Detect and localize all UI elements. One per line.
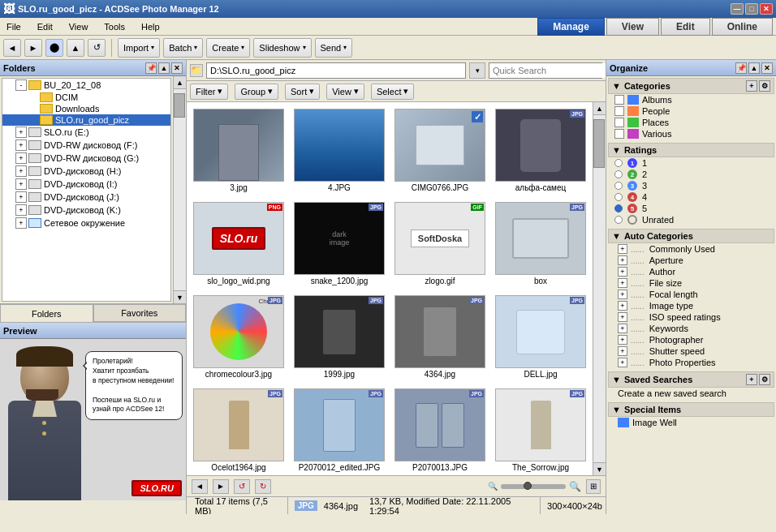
thumb-item-box[interactable]: JPGbox	[492, 199, 589, 289]
tree-item-dvd-i[interactable]: + DVD-дисковод (I:)	[2, 178, 170, 191]
thumb-item-chromecolour3-jpg[interactable]: ChromeJPGchromecolour3.jpg	[190, 292, 287, 382]
zoom-slider[interactable]	[501, 484, 566, 489]
rating-4[interactable]: 4 4	[608, 191, 774, 203]
ratings-header[interactable]: ▼ Ratings	[608, 143, 774, 157]
expand-aperture[interactable]: +	[618, 255, 627, 265]
zoom-in-icon[interactable]: 🔍	[569, 481, 581, 492]
panel-pin-btn[interactable]: 📌	[145, 62, 157, 74]
mode-edit[interactable]: Edit	[661, 18, 710, 36]
expand-bu[interactable]: -	[15, 79, 27, 91]
expand-dvd-k[interactable]: +	[15, 204, 27, 216]
nav-next-img[interactable]: ►	[213, 479, 229, 494]
saved-search-create[interactable]: Create a new saved search	[608, 388, 774, 399]
menu-tools[interactable]: Tools	[101, 20, 128, 33]
expand-focal[interactable]: +	[618, 290, 627, 299]
expand-dvdrw-f[interactable]: +	[15, 139, 27, 151]
expand-filesize[interactable]: +	[618, 278, 627, 288]
nav-forward[interactable]: ►	[24, 39, 42, 57]
expand-imagetype[interactable]: +	[618, 301, 627, 311]
panel-auto-btn[interactable]: ▲	[158, 62, 170, 74]
cat-item-places[interactable]: Places	[608, 117, 774, 128]
menu-help[interactable]: Help	[138, 20, 163, 33]
slideshow-button[interactable]: Slideshow ▾	[253, 38, 311, 58]
path-input[interactable]	[206, 62, 466, 79]
thumb-item-4-JPG[interactable]: 4.JPG	[291, 105, 388, 195]
thumb-item-3-jpg[interactable]: 3.jpg	[190, 105, 287, 195]
expand-photographer[interactable]: +	[618, 335, 627, 345]
saved-search-add-btn[interactable]: +	[746, 374, 757, 385]
tree-item-slo-picz[interactable]: SLO.ru_good_picz	[2, 114, 170, 126]
checkbox-albums[interactable]	[614, 95, 624, 105]
saved-search-settings-btn[interactable]: ⚙	[759, 374, 770, 385]
expand-dvdrw-g[interactable]: +	[15, 152, 27, 164]
rating-1[interactable]: 1 1	[608, 157, 774, 169]
view-button[interactable]: View ▾	[326, 84, 364, 100]
thumb-item-Ocelot1964-jpg[interactable]: JPGOcelot1964.jpg	[190, 385, 287, 475]
thumb-item-P2070013-JPG[interactable]: JPGP2070013.JPG	[391, 385, 489, 475]
thumb-item-4364-jpg[interactable]: JPG4364.jpg	[391, 292, 489, 382]
checkbox-people[interactable]	[614, 106, 624, 116]
thumb-item-P2070012_edited-JPG[interactable]: JPGP2070012_edited.JPG	[291, 385, 388, 475]
search-input[interactable]	[489, 63, 606, 78]
auto-cat-header[interactable]: ▼ Auto Categories	[608, 229, 774, 243]
menu-view[interactable]: View	[66, 20, 92, 33]
batch-button[interactable]: Batch ▾	[163, 38, 203, 58]
rating-3[interactable]: 3 3	[608, 180, 774, 191]
sort-button[interactable]: Sort ▾	[285, 84, 320, 100]
auto-cat-photographer[interactable]: + ...... Photographer	[608, 334, 774, 345]
thumb-item-DELL-jpg[interactable]: JPGDELL.jpg	[492, 292, 589, 382]
tree-item-dcim[interactable]: DCIM	[2, 92, 170, 103]
expand-keywords[interactable]: +	[618, 324, 627, 333]
scroll-down-btn[interactable]: ▼	[174, 290, 186, 303]
auto-cat-author[interactable]: + ...... Author	[608, 266, 774, 277]
path-folder-icon[interactable]: 📁	[190, 64, 203, 77]
nav-up[interactable]: ▲	[67, 39, 84, 57]
maximize-button[interactable]: □	[745, 3, 758, 15]
cat-item-people[interactable]: People	[608, 105, 774, 117]
thumb-item-1999-jpg[interactable]: JPG1999.jpg	[291, 292, 388, 382]
checkbox-places[interactable]	[614, 118, 624, 127]
thumb-item-альфа-самец[interactable]: JPGальфа-самец	[492, 105, 589, 195]
tree-item-downloads[interactable]: Downloads	[2, 103, 170, 114]
auto-cat-shutter[interactable]: + ...... Shutter speed	[608, 345, 774, 357]
auto-cat-keywords[interactable]: + ...... Keywords	[608, 323, 774, 334]
checkbox-various[interactable]	[614, 129, 624, 139]
close-button[interactable]: ✕	[760, 3, 773, 15]
mode-view[interactable]: View	[606, 18, 659, 36]
create-button[interactable]: Create ▾	[206, 38, 250, 58]
tree-scrollbar[interactable]: ▲ ▼	[173, 76, 186, 303]
expand-dvd-i[interactable]: +	[15, 178, 27, 190]
thumb-scroll-down[interactable]: ▼	[593, 462, 606, 475]
auto-cat-iso[interactable]: + ...... ISO speed ratings	[608, 311, 774, 323]
import-button[interactable]: Import ▾	[118, 38, 160, 58]
nav-prev-img[interactable]: ◄	[192, 479, 208, 494]
organize-up-btn[interactable]: ▲	[748, 62, 760, 74]
cat-item-various[interactable]: Various	[608, 128, 774, 139]
thumb-item-CIMG0766-JPG[interactable]: ✓CIMG0766.JPG	[391, 105, 489, 195]
rating-unrated[interactable]: Unrated	[608, 214, 774, 225]
thumb-item-The_Sorrow-jpg[interactable]: JPGThe_Sorrow.jpg	[492, 385, 589, 475]
expand-slo-e[interactable]: +	[15, 127, 27, 138]
nav-home[interactable]: ⬤	[45, 39, 63, 57]
tree-item-dvd-j[interactable]: + DVD-дисковод (J:)	[2, 191, 170, 204]
radio-5[interactable]	[614, 204, 623, 212]
filter-button[interactable]: Filter ▾	[190, 84, 228, 100]
radio-4[interactable]	[614, 193, 623, 201]
cat-settings-btn[interactable]: ⚙	[759, 80, 770, 92]
rotate-right-btn[interactable]: ↻	[255, 479, 271, 494]
thumb-item-snake_1200-jpg[interactable]: darkimageJPGsnake_1200.jpg	[291, 199, 388, 289]
auto-cat-commonly-used[interactable]: + ...... Commonly Used	[608, 243, 774, 255]
radio-1[interactable]	[614, 159, 623, 167]
organize-pin-btn[interactable]: 📌	[735, 62, 747, 74]
special-item-imagewell[interactable]: Image Well	[608, 417, 774, 428]
scroll-up-btn[interactable]: ▲	[174, 76, 186, 89]
radio-2[interactable]	[614, 170, 623, 178]
tree-item-dvdrw-g[interactable]: + DVD-RW дисковод (G:)	[2, 152, 170, 165]
expand-author[interactable]: +	[618, 267, 627, 277]
tree-item-dvd-k[interactable]: + DVD-дисковод (K:)	[2, 204, 170, 217]
expand-commonly-used[interactable]: +	[618, 244, 627, 254]
auto-cat-filesize[interactable]: + ...... File size	[608, 277, 774, 289]
expand-network[interactable]: +	[15, 217, 27, 229]
expand-photo-props[interactable]: +	[618, 358, 627, 367]
radio-3[interactable]	[614, 182, 623, 190]
